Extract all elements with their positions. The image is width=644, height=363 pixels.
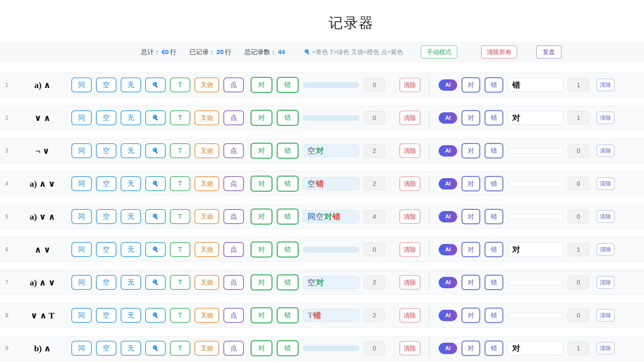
magnifier-button[interactable] xyxy=(145,275,166,290)
ai-clear-button[interactable]: 清除 xyxy=(597,145,614,157)
ai-dui-button[interactable]: 对 xyxy=(461,308,480,323)
wu-button[interactable]: 无 xyxy=(121,275,141,290)
dui-button[interactable]: 对 xyxy=(251,241,272,257)
magnifier-button[interactable] xyxy=(145,143,166,158)
manual-clear-button[interactable]: 清除 xyxy=(400,308,420,322)
tong-button[interactable]: 同 xyxy=(71,209,92,224)
ai-cuo-button[interactable]: 错 xyxy=(485,77,503,93)
ai-value-field[interactable] xyxy=(508,181,563,186)
dian-button[interactable]: 点 xyxy=(223,242,244,257)
magnifier-button[interactable] xyxy=(145,110,166,125)
manual-value-field[interactable]: 空对 xyxy=(303,144,359,157)
manual-clear-button[interactable]: 清除 xyxy=(400,111,420,125)
chashao-button[interactable]: 叉烧 xyxy=(195,341,219,356)
manual-clear-button[interactable]: 清除 xyxy=(400,209,420,224)
chashao-button[interactable]: 叉烧 xyxy=(195,176,219,191)
ai-value-field[interactable]: 对 xyxy=(508,341,563,355)
kong-button[interactable]: 空 xyxy=(96,110,116,125)
ai-value-field[interactable]: 对 xyxy=(508,242,563,257)
manual-clear-button[interactable]: 清除 xyxy=(400,275,420,289)
ai-clear-button[interactable]: 清除 xyxy=(597,79,614,91)
t-button[interactable]: T xyxy=(170,341,190,356)
ai-value-field[interactable] xyxy=(508,313,563,318)
ai-cuo-button[interactable]: 错 xyxy=(485,275,503,290)
ai-value-field[interactable]: 错 xyxy=(508,78,563,92)
ai-clear-button[interactable]: 清除 xyxy=(597,210,614,223)
magnifier-button[interactable] xyxy=(145,308,166,323)
wu-button[interactable]: 无 xyxy=(121,176,141,191)
tong-button[interactable]: 同 xyxy=(71,308,92,323)
ai-clear-button[interactable]: 清除 xyxy=(597,342,614,354)
magnifier-button[interactable] xyxy=(145,209,166,224)
tong-button[interactable]: 同 xyxy=(71,143,92,158)
kong-button[interactable]: 空 xyxy=(96,78,116,92)
wu-button[interactable]: 无 xyxy=(121,110,141,125)
cuo-button[interactable]: 错 xyxy=(277,307,299,323)
dian-button[interactable]: 点 xyxy=(223,341,244,356)
t-button[interactable]: T xyxy=(170,308,190,323)
dian-button[interactable]: 点 xyxy=(223,308,244,323)
wu-button[interactable]: 无 xyxy=(121,209,141,224)
magnifier-button[interactable] xyxy=(145,78,166,92)
manual-clear-button[interactable]: 清除 xyxy=(400,341,420,355)
cuo-button[interactable]: 错 xyxy=(277,241,299,257)
dui-button[interactable]: 对 xyxy=(251,274,272,290)
cuo-button[interactable]: 错 xyxy=(277,340,299,356)
dui-button[interactable]: 对 xyxy=(251,340,272,356)
chashao-button[interactable]: 叉烧 xyxy=(195,242,219,257)
manual-clear-button[interactable]: 清除 xyxy=(400,144,420,158)
dui-button[interactable]: 对 xyxy=(251,209,272,225)
ai-value-field[interactable]: 对 xyxy=(508,111,563,125)
ai-cuo-button[interactable]: 错 xyxy=(485,110,503,126)
dui-button[interactable]: 对 xyxy=(251,110,272,126)
manual-value-field[interactable] xyxy=(303,115,359,121)
ai-dui-button[interactable]: 对 xyxy=(461,110,480,126)
kong-button[interactable]: 空 xyxy=(96,209,116,224)
chashao-button[interactable]: 叉烧 xyxy=(195,143,219,158)
dian-button[interactable]: 点 xyxy=(223,78,244,92)
dian-button[interactable]: 点 xyxy=(223,143,244,158)
ai-clear-button[interactable]: 清除 xyxy=(597,112,614,124)
ai-clear-button[interactable]: 清除 xyxy=(597,243,614,256)
tong-button[interactable]: 同 xyxy=(71,176,92,191)
chashao-button[interactable]: 叉烧 xyxy=(195,110,219,125)
t-button[interactable]: T xyxy=(170,143,190,158)
tong-button[interactable]: 同 xyxy=(71,78,92,92)
dian-button[interactable]: 点 xyxy=(223,275,244,290)
ai-cuo-button[interactable]: 错 xyxy=(485,308,503,323)
t-button[interactable]: T xyxy=(170,209,190,224)
ai-value-field[interactable] xyxy=(508,214,563,219)
dian-button[interactable]: 点 xyxy=(223,209,244,224)
tong-button[interactable]: 同 xyxy=(71,275,92,290)
dui-button[interactable]: 对 xyxy=(251,143,272,159)
ai-value-field[interactable] xyxy=(508,280,563,285)
cuo-button[interactable]: 错 xyxy=(277,77,299,93)
manual-value-field[interactable]: 同空对错 xyxy=(303,210,359,223)
cuo-button[interactable]: 错 xyxy=(277,176,299,192)
tong-button[interactable]: 同 xyxy=(71,110,92,125)
dui-button[interactable]: 对 xyxy=(251,77,272,93)
ai-clear-button[interactable]: 清除 xyxy=(597,309,614,321)
t-button[interactable]: T xyxy=(170,176,190,191)
kong-button[interactable]: 空 xyxy=(96,143,116,158)
chashao-button[interactable]: 叉烧 xyxy=(195,209,219,224)
cuo-button[interactable]: 错 xyxy=(277,274,299,290)
replay-button[interactable]: 复盘 xyxy=(536,46,561,58)
cuo-button[interactable]: 错 xyxy=(277,143,299,159)
tong-button[interactable]: 同 xyxy=(71,341,92,356)
manual-clear-button[interactable]: 清除 xyxy=(400,242,420,257)
ai-dui-button[interactable]: 对 xyxy=(461,176,480,191)
t-button[interactable]: T xyxy=(170,275,190,290)
manual-value-field[interactable]: 空对 xyxy=(303,276,359,289)
t-button[interactable]: T xyxy=(170,78,190,92)
magnifier-button[interactable] xyxy=(145,341,166,356)
cuo-button[interactable]: 错 xyxy=(277,209,299,225)
tong-button[interactable]: 同 xyxy=(71,242,92,257)
cuo-button[interactable]: 错 xyxy=(277,110,299,126)
kong-button[interactable]: 空 xyxy=(96,242,116,257)
dian-button[interactable]: 点 xyxy=(223,110,244,125)
wu-button[interactable]: 无 xyxy=(121,341,141,356)
ai-dui-button[interactable]: 对 xyxy=(461,275,480,290)
magnifier-button[interactable] xyxy=(145,176,166,191)
magnifier-button[interactable] xyxy=(145,242,166,257)
